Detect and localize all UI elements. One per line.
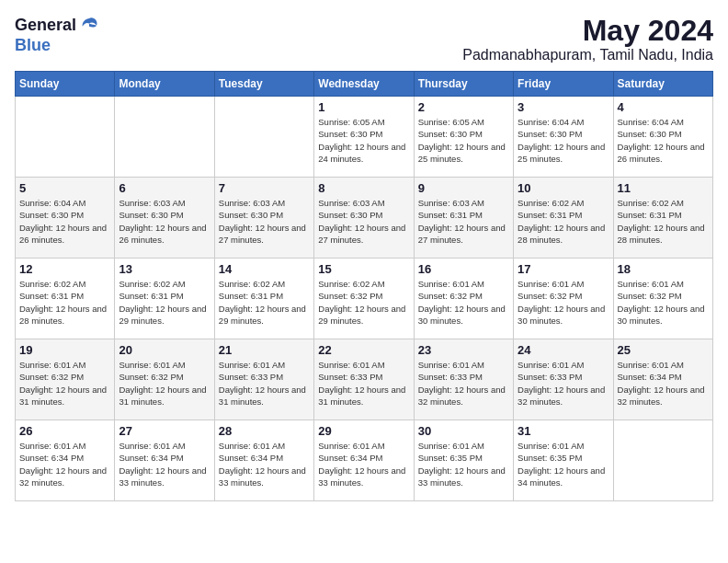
- day-number: 31: [518, 424, 609, 438]
- day-info: Sunrise: 6:01 AMSunset: 6:32 PMDaylight:…: [119, 359, 210, 408]
- calendar-cell: 5 Sunrise: 6:04 AMSunset: 6:30 PMDayligh…: [16, 178, 115, 259]
- day-number: 3: [518, 100, 609, 114]
- day-info: Sunrise: 6:02 AMSunset: 6:31 PMDaylight:…: [618, 197, 709, 246]
- day-number: 27: [119, 424, 210, 438]
- day-info: Sunrise: 6:05 AMSunset: 6:30 PMDaylight:…: [418, 116, 509, 165]
- calendar-cell: 20 Sunrise: 6:01 AMSunset: 6:32 PMDaylig…: [115, 339, 214, 420]
- day-number: 5: [19, 181, 110, 195]
- day-number: 21: [219, 343, 310, 357]
- day-info: Sunrise: 6:02 AMSunset: 6:31 PMDaylight:…: [119, 278, 210, 327]
- day-info: Sunrise: 6:03 AMSunset: 6:30 PMDaylight:…: [219, 197, 310, 246]
- day-info: Sunrise: 6:01 AMSunset: 6:32 PMDaylight:…: [618, 278, 709, 327]
- day-info: Sunrise: 6:01 AMSunset: 6:33 PMDaylight:…: [318, 359, 409, 408]
- day-number: 29: [318, 424, 409, 438]
- day-number: 30: [418, 424, 509, 438]
- logo: General Blue: [15, 15, 100, 55]
- weekday-header-wednesday: Wednesday: [314, 72, 414, 97]
- weekday-header-thursday: Thursday: [414, 72, 513, 97]
- day-info: Sunrise: 6:01 AMSunset: 6:32 PMDaylight:…: [19, 359, 110, 408]
- calendar-cell: 15 Sunrise: 6:02 AMSunset: 6:32 PMDaylig…: [314, 259, 414, 339]
- day-number: 20: [119, 343, 210, 357]
- calendar-cell: 23 Sunrise: 6:01 AMSunset: 6:33 PMDaylig…: [414, 339, 513, 420]
- day-info: Sunrise: 6:03 AMSunset: 6:30 PMDaylight:…: [318, 197, 409, 246]
- calendar-cell: 13 Sunrise: 6:02 AMSunset: 6:31 PMDaylig…: [115, 259, 214, 339]
- day-number: 1: [318, 100, 409, 114]
- day-number: 4: [618, 100, 709, 114]
- day-number: 25: [618, 343, 709, 357]
- day-info: Sunrise: 6:02 AMSunset: 6:31 PMDaylight:…: [518, 197, 609, 246]
- page-header: General Blue May 2024 Padmanabhapuram, T…: [15, 15, 713, 63]
- day-info: Sunrise: 6:04 AMSunset: 6:30 PMDaylight:…: [618, 116, 709, 165]
- calendar-week-row: 19 Sunrise: 6:01 AMSunset: 6:32 PMDaylig…: [16, 339, 713, 420]
- day-number: 7: [219, 181, 310, 195]
- calendar-cell: 25 Sunrise: 6:01 AMSunset: 6:34 PMDaylig…: [613, 339, 712, 420]
- day-number: 24: [518, 343, 609, 357]
- day-info: Sunrise: 6:01 AMSunset: 6:34 PMDaylight:…: [318, 440, 409, 488]
- day-info: Sunrise: 6:04 AMSunset: 6:30 PMDaylight:…: [19, 197, 110, 246]
- calendar-cell: 29 Sunrise: 6:01 AMSunset: 6:34 PMDaylig…: [314, 420, 414, 501]
- weekday-header-tuesday: Tuesday: [214, 72, 313, 97]
- day-info: Sunrise: 6:01 AMSunset: 6:34 PMDaylight:…: [219, 440, 310, 488]
- day-info: Sunrise: 6:01 AMSunset: 6:33 PMDaylight:…: [418, 359, 509, 408]
- calendar-cell: 28 Sunrise: 6:01 AMSunset: 6:34 PMDaylig…: [214, 420, 313, 501]
- day-number: 9: [418, 181, 509, 195]
- calendar-cell: 16 Sunrise: 6:01 AMSunset: 6:32 PMDaylig…: [414, 259, 513, 339]
- day-number: 17: [518, 262, 609, 276]
- calendar-cell: 24 Sunrise: 6:01 AMSunset: 6:33 PMDaylig…: [514, 339, 613, 420]
- day-number: 16: [418, 262, 509, 276]
- day-number: 15: [318, 262, 409, 276]
- day-info: Sunrise: 6:01 AMSunset: 6:32 PMDaylight:…: [518, 278, 609, 327]
- calendar-cell: 30 Sunrise: 6:01 AMSunset: 6:35 PMDaylig…: [414, 420, 513, 501]
- day-info: Sunrise: 6:01 AMSunset: 6:35 PMDaylight:…: [518, 440, 609, 488]
- calendar-cell: 6 Sunrise: 6:03 AMSunset: 6:30 PMDayligh…: [115, 178, 214, 259]
- calendar-week-row: 12 Sunrise: 6:02 AMSunset: 6:31 PMDaylig…: [16, 259, 713, 339]
- day-number: 2: [418, 100, 509, 114]
- weekday-header-monday: Monday: [115, 72, 214, 97]
- day-number: 18: [618, 262, 709, 276]
- calendar-cell: 2 Sunrise: 6:05 AMSunset: 6:30 PMDayligh…: [414, 97, 513, 178]
- day-info: Sunrise: 6:02 AMSunset: 6:31 PMDaylight:…: [19, 278, 110, 327]
- day-number: 14: [219, 262, 310, 276]
- day-info: Sunrise: 6:03 AMSunset: 6:31 PMDaylight:…: [418, 197, 509, 246]
- calendar-cell: 14 Sunrise: 6:02 AMSunset: 6:31 PMDaylig…: [214, 259, 313, 339]
- day-info: Sunrise: 6:01 AMSunset: 6:32 PMDaylight:…: [418, 278, 509, 327]
- calendar-cell: 19 Sunrise: 6:01 AMSunset: 6:32 PMDaylig…: [16, 339, 115, 420]
- calendar-cell: 7 Sunrise: 6:03 AMSunset: 6:30 PMDayligh…: [214, 178, 313, 259]
- day-number: 19: [19, 343, 110, 357]
- calendar-week-row: 1 Sunrise: 6:05 AMSunset: 6:30 PMDayligh…: [16, 97, 713, 178]
- calendar-cell: 8 Sunrise: 6:03 AMSunset: 6:30 PMDayligh…: [314, 178, 414, 259]
- calendar-cell: 1 Sunrise: 6:05 AMSunset: 6:30 PMDayligh…: [314, 97, 414, 178]
- calendar-cell: 12 Sunrise: 6:02 AMSunset: 6:31 PMDaylig…: [16, 259, 115, 339]
- calendar-cell: [115, 97, 214, 178]
- calendar-cell: 4 Sunrise: 6:04 AMSunset: 6:30 PMDayligh…: [613, 97, 712, 178]
- day-number: 26: [19, 424, 110, 438]
- calendar-table: SundayMondayTuesdayWednesdayThursdayFrid…: [15, 71, 713, 501]
- day-number: 28: [219, 424, 310, 438]
- day-info: Sunrise: 6:01 AMSunset: 6:34 PMDaylight:…: [19, 440, 110, 488]
- day-info: Sunrise: 6:02 AMSunset: 6:32 PMDaylight:…: [318, 278, 409, 327]
- calendar-cell: 18 Sunrise: 6:01 AMSunset: 6:32 PMDaylig…: [613, 259, 712, 339]
- day-number: 11: [618, 181, 709, 195]
- calendar-cell: 3 Sunrise: 6:04 AMSunset: 6:30 PMDayligh…: [514, 97, 613, 178]
- logo-bird-icon: [78, 15, 100, 37]
- day-number: 22: [318, 343, 409, 357]
- calendar-cell: [613, 420, 712, 501]
- day-info: Sunrise: 6:03 AMSunset: 6:30 PMDaylight:…: [119, 197, 210, 246]
- day-info: Sunrise: 6:02 AMSunset: 6:31 PMDaylight:…: [219, 278, 310, 327]
- calendar-cell: 10 Sunrise: 6:02 AMSunset: 6:31 PMDaylig…: [514, 178, 613, 259]
- weekday-header-friday: Friday: [514, 72, 613, 97]
- calendar-week-row: 5 Sunrise: 6:04 AMSunset: 6:30 PMDayligh…: [16, 178, 713, 259]
- calendar-cell: 21 Sunrise: 6:01 AMSunset: 6:33 PMDaylig…: [214, 339, 313, 420]
- calendar-cell: 22 Sunrise: 6:01 AMSunset: 6:33 PMDaylig…: [314, 339, 414, 420]
- day-info: Sunrise: 6:01 AMSunset: 6:34 PMDaylight:…: [618, 359, 709, 408]
- weekday-header-row: SundayMondayTuesdayWednesdayThursdayFrid…: [16, 72, 713, 97]
- day-info: Sunrise: 6:01 AMSunset: 6:34 PMDaylight:…: [119, 440, 210, 488]
- logo-general-text: General: [15, 17, 76, 35]
- location-subtitle: Padmanabhapuram, Tamil Nadu, India: [462, 47, 713, 63]
- day-number: 6: [119, 181, 210, 195]
- day-number: 10: [518, 181, 609, 195]
- calendar-cell: 9 Sunrise: 6:03 AMSunset: 6:31 PMDayligh…: [414, 178, 513, 259]
- day-info: Sunrise: 6:01 AMSunset: 6:33 PMDaylight:…: [518, 359, 609, 408]
- weekday-header-saturday: Saturday: [613, 72, 712, 97]
- title-block: May 2024 Padmanabhapuram, Tamil Nadu, In…: [462, 15, 713, 63]
